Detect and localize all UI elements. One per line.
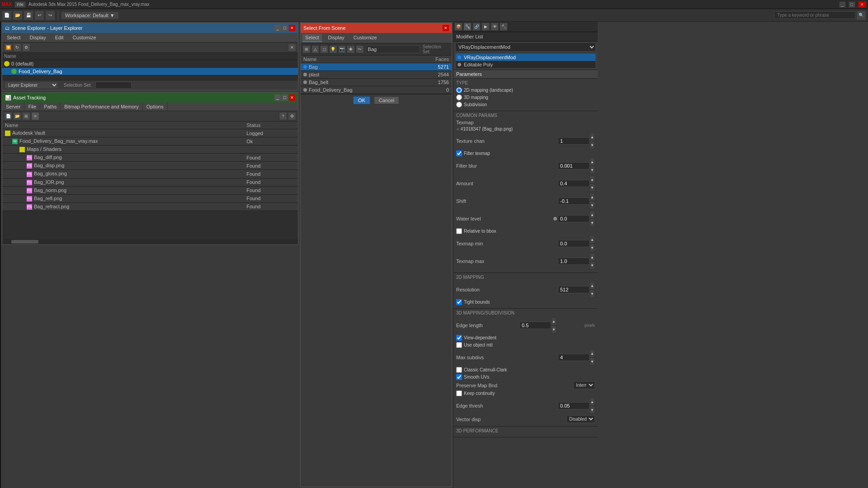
shift-up[interactable]: ▲ [590,193,595,201]
edge-thresh-input[interactable] [558,402,590,409]
redo-btn[interactable]: ↪ [45,10,55,20]
texmap-min-down[interactable]: ▼ [590,244,595,252]
edge-length-down[interactable]: ▼ [551,325,557,333]
sfs-icon-lights[interactable]: 💡 [329,45,337,53]
save-btn[interactable]: 💾 [24,10,33,20]
tab-paths[interactable]: Paths [40,103,61,111]
edge-length-up[interactable]: ▲ [551,317,557,325]
sfs-icon-geo[interactable]: △ [311,45,320,53]
tab-server[interactable]: Server [2,103,24,111]
mod-utilities-icon[interactable]: 🔨 [500,23,508,31]
resolution-input[interactable] [558,286,590,293]
asset-settings2-btn[interactable]: ⚙ [288,112,296,120]
asset-grid-btn[interactable]: ⊞ [22,112,30,120]
relative-bbox-check[interactable] [456,228,462,234]
texture-chan-down[interactable]: ▼ [590,141,595,149]
asset-row-refl[interactable]: PSBag_refl.png Found [2,194,298,202]
modifier-item-vray[interactable]: VRayDisplacementMod [456,54,595,61]
max-subdivs-input[interactable] [558,354,590,361]
shift-input[interactable] [558,197,590,205]
modifier-list-dropdown[interactable]: VRayDisplacementMod Editable Poly [455,42,596,52]
tab-edit[interactable]: Edit [52,34,66,41]
preserve-map-bnd-select[interactable]: Interr [573,381,595,389]
shift-down[interactable]: ▼ [590,201,595,209]
tab-display[interactable]: Display [27,34,49,41]
use-obj-mtl-check[interactable] [456,342,462,348]
sfs-cancel-btn[interactable]: Cancel [374,96,399,104]
edge-thresh-down[interactable]: ▼ [590,406,595,414]
amount-input[interactable] [558,180,590,187]
texture-chan-up[interactable]: ▲ [590,133,595,141]
asset-horizontal-scrollbar[interactable] [2,239,298,244]
filter-blur-input[interactable] [558,162,590,169]
asset-row-max[interactable]: MFood_Delivery_Bag_max_vray.max Ok [2,137,298,145]
layer-explorer-dropdown[interactable]: Layer Explorer [4,81,58,89]
filter-blur-down[interactable]: ▼ [590,166,595,174]
tab-select[interactable]: Select [4,34,24,41]
scene-explorer-close[interactable]: ✕ [289,25,295,31]
scene-explorer-restore[interactable]: □ [282,25,288,31]
radio-subdiv-input[interactable] [456,102,462,108]
texmap-max-input[interactable] [558,258,590,265]
water-level-input[interactable] [558,215,590,222]
asset-row-vault[interactable]: Autodesk Vault Logged [2,129,298,137]
asset-restore-btn[interactable]: □ [282,94,288,101]
modifier-item-edpoly[interactable]: Editable Poly [456,61,595,68]
amount-down[interactable]: ▼ [590,183,595,192]
file-menu-btn[interactable]: File [14,1,26,8]
view-dep-check[interactable] [456,335,462,341]
close-panel-btn[interactable]: ✕ [288,43,296,52]
sfs-ok-btn[interactable]: OK [353,96,370,104]
mod-motion-icon[interactable]: ▶ [481,23,490,31]
asset-row-norm[interactable]: PSBag_norm.png Found [2,186,298,194]
amount-up[interactable]: ▲ [590,175,595,183]
water-level-up[interactable]: ▲ [590,211,595,219]
sfs-icon-helpers[interactable]: ✚ [347,45,355,53]
asset-list-btn[interactable]: ≡ [31,112,39,120]
search-input[interactable] [774,11,855,19]
sfs-tab-display[interactable]: Display [326,34,347,42]
asset-row-ior[interactable]: PSBag_IOR.png Found [2,178,298,186]
sfs-close-btn[interactable]: ✕ [443,25,449,31]
radio-2d-input[interactable] [456,87,462,93]
asset-min-btn[interactable]: _ [274,94,281,101]
smooth-uvs-check[interactable] [456,374,462,380]
filter-btn[interactable]: 🔽 [4,43,12,52]
tab-bitmap-perf[interactable]: Bitmap Performance and Memory [61,103,142,111]
edge-length-input[interactable] [519,322,551,329]
undo-btn[interactable]: ↩ [34,10,44,20]
open-btn[interactable]: 📂 [13,10,23,20]
mod-modify-icon[interactable]: 🔧 [463,23,472,31]
keep-continuity-check[interactable] [456,390,462,396]
sfs-icon-camera[interactable]: 📷 [338,45,346,53]
sfs-row-bagbelt[interactable]: Bag_belt 1756 [301,79,452,86]
asset-folder-btn[interactable]: 📂 [13,112,21,120]
tab-options[interactable]: Options [143,103,168,111]
sfs-row-food-bag[interactable]: Food_Delivery_Bag 0 [301,86,452,94]
minimize-btn[interactable]: _ [839,1,846,8]
classic-catmull-check[interactable] [456,367,462,373]
asset-row-disp[interactable]: PSBag_disp.png Found [2,162,298,170]
selection-set-input[interactable] [95,82,132,89]
mod-create-icon[interactable]: 📦 [454,23,462,31]
radio-3d-input[interactable] [456,94,462,100]
layer-bag[interactable]: Food_Delivery_Bag [2,68,298,75]
sfs-tab-select[interactable]: Select [302,34,322,42]
sfs-search-input[interactable] [366,45,420,53]
mod-display-icon[interactable]: 👁 [491,23,499,31]
resolution-down[interactable]: ▼ [590,290,595,298]
asset-close-btn[interactable]: ✕ [289,94,295,101]
texmap-min-up[interactable]: ▲ [590,235,595,244]
texture-chan-input[interactable] [558,137,590,145]
asset-row-gloss[interactable]: PSBag_gloss.png Found [2,170,298,178]
vector-disp-select[interactable]: Disabled [566,415,595,423]
filter-texmap-check[interactable] [456,150,462,156]
texmap-max-down[interactable]: ▼ [590,261,595,269]
workspace-dropdown[interactable]: Workspace: Default ▼ [61,11,119,19]
water-level-down[interactable]: ▼ [590,219,595,227]
texmap-max-up[interactable]: ▲ [590,253,595,261]
mod-hierarchy-icon[interactable]: 🔗 [472,23,481,31]
sfs-row-plast[interactable]: plast 2544 [301,71,452,79]
sfs-tab-customize[interactable]: Customize [351,34,380,42]
sfs-icon-all[interactable]: ⊞ [302,45,311,53]
